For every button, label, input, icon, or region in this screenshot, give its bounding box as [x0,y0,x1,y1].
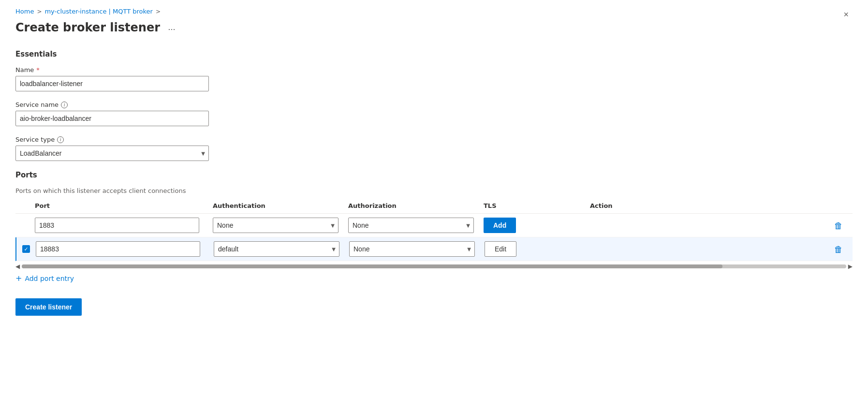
name-label-text: Name [15,66,34,73]
name-form-group: Name * [15,66,853,91]
scroll-right-arrow[interactable]: ▶ [848,263,853,270]
page-title: Create broker listener [15,21,160,34]
row2-port-cell [36,241,210,257]
name-label: Name * [15,66,853,73]
row2-authz-select[interactable]: None default [349,241,475,257]
service-type-label-text: Service type [15,136,55,143]
service-name-form-group: Service name i [15,101,853,126]
ports-section: Ports Ports on which this listener accep… [15,171,853,283]
row2-delete-icon[interactable]: 🗑 [832,242,845,256]
essentials-section-title: Essentials [15,50,853,59]
row2-checkbox[interactable] [22,245,30,253]
col-auth-header: Authentication [209,202,344,209]
col-port-header: Port [35,202,209,209]
ports-section-title: Ports [15,171,853,179]
row1-authz-cell: None default ▼ [344,218,480,233]
footer: Create listener [15,298,853,316]
name-input[interactable] [15,76,209,91]
row2-authz-cell: None default ▼ [345,241,481,257]
row1-tls-cell: Add [480,218,586,233]
service-type-select[interactable]: LoadBalancer ClusterIP NodePort [15,146,209,161]
scroll-track[interactable] [22,264,846,268]
service-type-select-wrapper: LoadBalancer ClusterIP NodePort ▼ [15,146,209,161]
port-row-1: None default ▼ None default ▼ Add [15,214,853,237]
row2-checkbox-cell [16,245,36,253]
row1-port-cell [35,218,209,233]
close-button[interactable]: × [839,8,853,22]
col-action-header: Action [586,202,853,209]
add-port-entry[interactable]: + Add port entry [15,274,853,283]
row1-add-button[interactable]: Add [484,218,516,233]
page-container: Home > my-cluster-instance | MQTT broker… [0,0,868,331]
breadcrumb-home[interactable]: Home [15,8,34,15]
row2-port-input[interactable] [36,241,200,257]
service-name-input[interactable] [15,111,209,126]
row2-tls-cell: Edit [481,241,587,257]
row1-auth-select-wrapper: None default ▼ [213,218,338,233]
row1-action-cell: 🗑 [586,219,853,233]
row2-auth-select[interactable]: None default [214,241,339,257]
service-type-info-icon: i [57,136,64,143]
ports-description: Ports on which this listener accepts cli… [15,187,853,194]
row2-action-cell: 🗑 [587,242,853,256]
ports-table-header: Port Authentication Authorization TLS Ac… [15,202,853,214]
row2-authz-select-wrapper: None default ▼ [349,241,475,257]
col-checkbox-header [15,202,35,209]
row1-delete-icon[interactable]: 🗑 [832,219,845,233]
page-header: Create broker listener … [15,21,853,34]
add-port-label: Add port entry [25,275,74,282]
breadcrumb-sep2: > [156,8,161,15]
col-tls-header: TLS [480,202,586,209]
name-required-star: * [36,66,40,73]
breadcrumb-cluster[interactable]: my-cluster-instance | MQTT broker [44,8,153,15]
service-name-info-icon: i [61,102,68,108]
row1-authz-select[interactable]: None default [348,218,474,233]
add-plus-icon: + [15,274,22,283]
row1-authz-select-wrapper: None default ▼ [348,218,474,233]
row2-auth-cell: None default ▼ [210,241,345,257]
create-listener-button[interactable]: Create listener [15,298,82,316]
service-name-label-text: Service name [15,101,59,108]
row1-auth-cell: None default ▼ [209,218,344,233]
scroll-thumb [22,264,722,268]
row1-auth-select[interactable]: None default [213,218,338,233]
more-options-button[interactable]: … [165,22,178,33]
horizontal-scrollbar[interactable]: ◀ ▶ [15,263,853,270]
service-type-label: Service type i [15,136,853,143]
row2-auth-select-wrapper: None default ▼ [214,241,339,257]
service-type-form-group: Service type i LoadBalancer ClusterIP No… [15,136,853,161]
service-name-label: Service name i [15,101,853,108]
breadcrumb: Home > my-cluster-instance | MQTT broker… [15,8,853,15]
breadcrumb-sep1: > [37,8,42,15]
scroll-left-arrow[interactable]: ◀ [15,263,20,270]
row1-port-input[interactable] [35,218,199,233]
port-row-2: None default ▼ None default ▼ Edit [15,237,853,261]
col-authz-header: Authorization [344,202,480,209]
row2-edit-button[interactable]: Edit [485,241,516,257]
